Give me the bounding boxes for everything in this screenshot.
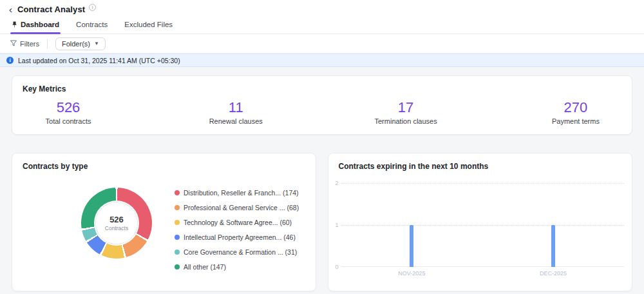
metric-value: 11 xyxy=(207,100,265,115)
donut-chart[interactable]: 526 Contracts xyxy=(81,188,152,259)
donut-legend: Distribution, Reseller & Franch... (174)… xyxy=(175,185,299,274)
y-axis-tick: 0 xyxy=(332,264,339,270)
tab-label: Excluded Files xyxy=(124,21,173,28)
x-axis-line xyxy=(341,266,625,267)
donut-chart-title: Contracts by type xyxy=(23,162,305,171)
banner-text: Last updated on Oct 31, 2025 11:41 AM (U… xyxy=(18,57,180,64)
legend-item[interactable]: Technology & Software Agree... (60) xyxy=(175,215,299,230)
metric-value: 17 xyxy=(375,100,437,115)
filter-bar: Filters Folder(s) ▼ xyxy=(0,34,644,54)
legend-label: Distribution, Reseller & Franch... (174) xyxy=(184,189,299,197)
back-button[interactable]: ‹ xyxy=(9,5,12,14)
legend-label: Intellectual Property Agreemen... (46) xyxy=(184,233,296,241)
main-content: Key Metrics 526 Total contracts 11 Renew… xyxy=(0,67,644,291)
metric-payment-terms: 270 Payment terms xyxy=(547,100,605,125)
legend-dot xyxy=(175,205,180,210)
metric-label: Renewal clauses xyxy=(207,117,265,125)
donut-center: 526 Contracts xyxy=(94,201,139,246)
metric-value: 526 xyxy=(39,100,97,115)
gridline xyxy=(341,183,625,184)
tab-excluded-files[interactable]: Excluded Files xyxy=(124,21,173,34)
legend-item[interactable]: Intellectual Property Agreemen... (46) xyxy=(175,230,299,244)
legend-dot xyxy=(175,235,180,240)
legend-label: Core Governance & Formation ... (31) xyxy=(184,248,297,256)
metric-total-contracts: 526 Total contracts xyxy=(39,100,97,125)
tab-contracts[interactable]: Contracts xyxy=(76,21,108,34)
tab-label: Dashboard xyxy=(21,21,59,28)
key-metrics-title: Key Metrics xyxy=(23,84,621,93)
metric-value: 270 xyxy=(547,100,605,115)
folder-dropdown-label: Folder(s) xyxy=(62,40,90,48)
bar-NOV-2025[interactable] xyxy=(410,225,413,267)
legend-item[interactable]: All other (147) xyxy=(175,259,299,274)
legend-dot xyxy=(175,190,180,195)
dashboard-pin-icon xyxy=(12,21,17,28)
legend-dot xyxy=(175,220,180,225)
legend-item[interactable]: Professional & General Service ... (68) xyxy=(175,200,299,215)
contracts-expiring-card: Contracts expiring in the next 10 months… xyxy=(328,153,633,291)
contracts-by-type-card: Contracts by type 526 Contracts Distribu… xyxy=(12,153,316,291)
legend-label: Professional & General Service ... (68) xyxy=(184,204,299,211)
filters-label: Filters xyxy=(20,40,39,48)
metric-label: Termination clauses xyxy=(375,117,437,125)
legend-label: All other (147) xyxy=(184,263,226,271)
tab-bar: Dashboard Contracts Excluded Files xyxy=(0,18,644,34)
info-icon[interactable]: i xyxy=(89,4,96,11)
metric-termination-clauses: 17 Termination clauses xyxy=(375,100,437,125)
chevron-down-icon: ▼ xyxy=(94,41,99,46)
legend-item[interactable]: Core Governance & Formation ... (31) xyxy=(175,244,299,259)
tab-dashboard[interactable]: Dashboard xyxy=(12,21,59,34)
gridline xyxy=(341,225,625,226)
donut-center-value: 526 xyxy=(109,215,124,224)
legend-label: Technology & Software Agree... (60) xyxy=(184,219,292,226)
charts-row: Contracts by type 526 Contracts Distribu… xyxy=(12,153,632,291)
last-updated-banner: i Last updated on Oct 31, 2025 11:41 AM … xyxy=(0,54,644,67)
filters-button[interactable]: Filters xyxy=(10,40,39,48)
folder-dropdown[interactable]: Folder(s) ▼ xyxy=(55,37,106,50)
legend-dot xyxy=(175,264,180,270)
metric-label: Total contracts xyxy=(39,117,97,125)
x-axis-label: NOV-2025 xyxy=(398,270,425,277)
x-axis-label: DEC-2025 xyxy=(540,270,567,277)
metrics-row: 526 Total contracts 11 Renewal clauses 1… xyxy=(23,93,621,125)
donut-center-label: Contracts xyxy=(105,225,128,231)
page-title: Contract Analyst xyxy=(17,5,85,14)
bar-chart-title: Contracts expiring in the next 10 months xyxy=(339,162,622,171)
metric-renewal-clauses: 11 Renewal clauses xyxy=(207,100,265,125)
divider xyxy=(47,39,48,49)
legend-item[interactable]: Distribution, Reseller & Franch... (174) xyxy=(175,185,299,200)
banner-info-icon: i xyxy=(6,57,14,64)
tab-label: Contracts xyxy=(76,21,108,28)
key-metrics-card: Key Metrics 526 Total contracts 11 Renew… xyxy=(12,75,632,135)
bar-chart[interactable]: 012NOV-2025DEC-2025 xyxy=(341,183,625,267)
bar-DEC-2025[interactable] xyxy=(551,225,555,267)
y-axis-tick: 2 xyxy=(332,180,339,186)
y-axis-tick: 1 xyxy=(332,222,339,228)
metric-label: Payment terms xyxy=(547,117,605,125)
legend-dot xyxy=(175,250,180,255)
filter-funnel-icon xyxy=(10,40,17,48)
app-header: ‹ Contract Analyst i xyxy=(0,0,644,18)
